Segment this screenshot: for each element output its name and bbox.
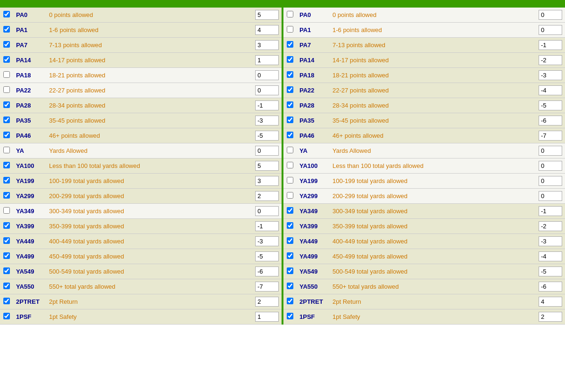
table-row: YA199100-199 total yards allowed	[0, 174, 282, 189]
better-value-YA199[interactable]	[539, 176, 562, 186]
default-value-YA199[interactable]	[255, 176, 279, 186]
default-checkbox-YA349[interactable]	[3, 207, 10, 214]
better-value-PA22[interactable]	[539, 85, 562, 95]
default-checkbox-PA46[interactable]	[3, 132, 10, 138]
default-checkbox-YA299[interactable]	[3, 192, 10, 199]
default-checkbox-1PSF[interactable]	[3, 313, 10, 319]
default-value-PA28[interactable]	[255, 100, 279, 110]
default-value-2PTRET[interactable]	[255, 297, 279, 307]
better-checkbox-PA7[interactable]	[287, 41, 293, 48]
table-row: YA299200-299 total yards allowed	[0, 189, 282, 204]
default-checkbox-PA1[interactable]	[3, 26, 10, 33]
table-row: PA00 points allowed	[0, 8, 282, 23]
better-checkbox-YA299[interactable]	[287, 192, 293, 199]
table-row: YA199100-199 total yards allowed	[283, 174, 565, 189]
default-checkbox-YA550[interactable]	[3, 283, 10, 289]
better-value-PA14[interactable]	[539, 55, 562, 65]
default-checkbox-2PTRET[interactable]	[3, 298, 10, 304]
default-value-PA22[interactable]	[255, 85, 279, 95]
better-value-PA46[interactable]	[539, 131, 562, 141]
better-value-PA0[interactable]	[539, 10, 562, 20]
better-value-1PSF[interactable]	[539, 312, 562, 322]
better-value-PA28[interactable]	[539, 100, 562, 110]
default-value-PA7[interactable]	[255, 40, 279, 50]
better-value-2PTRET[interactable]	[539, 297, 562, 307]
better-checkbox-PA14[interactable]	[287, 56, 293, 63]
default-desc-PA14: 14-17 points allowed	[46, 53, 252, 68]
default-value-PA18[interactable]	[255, 70, 279, 80]
default-value-PA14[interactable]	[255, 55, 279, 65]
better-checkbox-YA199[interactable]	[287, 177, 293, 183]
better-checkbox-PA1[interactable]	[287, 26, 293, 33]
default-checkbox-PA0[interactable]	[3, 11, 10, 17]
default-checkbox-PA14[interactable]	[3, 56, 10, 63]
better-value-YA549[interactable]	[539, 267, 562, 276]
better-checkbox-PA22[interactable]	[287, 86, 293, 93]
default-checkbox-PA35[interactable]	[3, 117, 10, 123]
better-checkbox-YA549[interactable]	[287, 267, 293, 274]
better-checkbox-YA349[interactable]	[287, 207, 293, 214]
default-checkbox-PA7[interactable]	[3, 41, 10, 48]
better-desc-YA: Yards Allowed	[330, 143, 536, 158]
better-checkbox-PA28[interactable]	[287, 101, 293, 108]
better-value-YA[interactable]	[539, 146, 562, 156]
table-row: PA1414-17 points allowed	[0, 53, 282, 68]
better-checkbox-YA449[interactable]	[287, 237, 293, 244]
table-row: PA2828-34 points allowed	[283, 98, 565, 113]
default-value-YA550[interactable]	[255, 282, 279, 292]
default-value-YA349[interactable]	[255, 206, 279, 216]
better-checkbox-YA[interactable]	[287, 147, 293, 153]
better-value-YA100[interactable]	[539, 161, 562, 171]
better-code-YA549: YA549	[297, 264, 330, 279]
default-checkbox-YA399[interactable]	[3, 222, 10, 229]
header-default	[0, 0, 282, 8]
better-value-YA449[interactable]	[539, 236, 562, 246]
default-checkbox-YA449[interactable]	[3, 237, 10, 244]
better-checkbox-2PTRET[interactable]	[287, 298, 293, 304]
default-checkbox-YA199[interactable]	[3, 177, 10, 183]
better-value-PA35[interactable]	[539, 116, 562, 125]
default-checkbox-PA18[interactable]	[3, 71, 10, 78]
better-value-PA1[interactable]	[539, 25, 562, 35]
default-value-YA299[interactable]	[255, 191, 279, 201]
table-row: PA11-6 points allowed	[283, 23, 565, 38]
better-value-YA550[interactable]	[539, 282, 562, 292]
better-checkbox-PA0[interactable]	[287, 11, 293, 17]
table-row: PA11-6 points allowed	[0, 23, 282, 38]
default-value-PA0[interactable]	[255, 10, 279, 20]
default-value-PA35[interactable]	[255, 116, 279, 125]
better-checkbox-YA499[interactable]	[287, 252, 293, 259]
default-value-YA[interactable]	[255, 146, 279, 156]
better-checkbox-YA100[interactable]	[287, 162, 293, 168]
better-value-YA399[interactable]	[539, 221, 562, 231]
default-checkbox-YA[interactable]	[3, 147, 10, 153]
default-value-YA549[interactable]	[255, 267, 279, 276]
better-value-YA349[interactable]	[539, 206, 562, 216]
default-value-YA399[interactable]	[255, 221, 279, 231]
better-value-PA18[interactable]	[539, 70, 562, 80]
default-value-PA46[interactable]	[255, 131, 279, 141]
default-value-YA499[interactable]	[255, 251, 279, 261]
better-value-YA499[interactable]	[539, 251, 562, 261]
better-value-YA299[interactable]	[539, 191, 562, 201]
default-code-PA0: PA0	[13, 8, 46, 23]
better-value-PA7[interactable]	[539, 40, 562, 50]
better-checkbox-PA18[interactable]	[287, 71, 293, 78]
better-checkbox-1PSF[interactable]	[287, 313, 293, 319]
default-desc-PA46: 46+ points allowed	[46, 128, 252, 143]
default-checkbox-YA549[interactable]	[3, 267, 10, 274]
default-checkbox-PA22[interactable]	[3, 86, 10, 93]
default-checkbox-PA28[interactable]	[3, 101, 10, 108]
better-checkbox-PA46[interactable]	[287, 132, 293, 138]
better-checkbox-PA35[interactable]	[287, 117, 293, 123]
default-value-PA1[interactable]	[255, 25, 279, 35]
default-checkbox-YA100[interactable]	[3, 162, 10, 168]
default-value-YA100[interactable]	[255, 161, 279, 171]
better-code-2PTRET: 2PTRET	[297, 294, 330, 309]
default-checkbox-YA499[interactable]	[3, 252, 10, 259]
better-checkbox-YA550[interactable]	[287, 283, 293, 289]
better-checkbox-YA399[interactable]	[287, 222, 293, 229]
default-value-YA449[interactable]	[255, 236, 279, 246]
default-value-1PSF[interactable]	[255, 312, 279, 322]
default-code-YA549: YA549	[13, 264, 46, 279]
